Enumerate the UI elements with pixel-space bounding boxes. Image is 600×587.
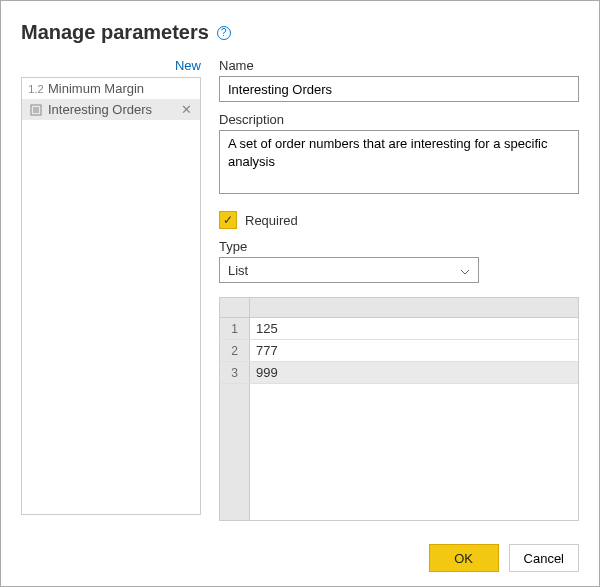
grid-cell[interactable]: 125 xyxy=(250,318,578,339)
help-icon[interactable]: ? xyxy=(217,26,231,40)
chevron-down-icon xyxy=(460,263,470,278)
grid-cell[interactable]: 999 xyxy=(250,362,578,383)
dialog-title: Manage parameters xyxy=(21,21,209,44)
parameter-item-minimum-margin[interactable]: 1.2 Minimum Margin xyxy=(22,78,200,99)
grid-row[interactable]: 2777 xyxy=(220,340,578,362)
grid-row-number: 3 xyxy=(220,362,250,383)
grid-cell[interactable]: 777 xyxy=(250,340,578,361)
required-label: Required xyxy=(245,213,298,228)
description-input[interactable] xyxy=(219,130,579,194)
grid-row-number: 1 xyxy=(220,318,250,339)
cancel-button[interactable]: Cancel xyxy=(509,544,579,572)
grid-row[interactable]: 3999 xyxy=(220,362,578,384)
grid-header-cell xyxy=(250,298,578,317)
parameter-item-interesting-orders[interactable]: Interesting Orders ✕ xyxy=(22,99,200,120)
type-label: Type xyxy=(219,239,579,254)
grid-row[interactable]: 1125 xyxy=(220,318,578,340)
type-select-value: List xyxy=(228,263,248,278)
delete-parameter-icon[interactable]: ✕ xyxy=(179,102,194,117)
numeric-icon: 1.2 xyxy=(28,83,44,95)
description-label: Description xyxy=(219,112,579,127)
parameter-item-label: Minimum Margin xyxy=(48,81,194,96)
new-parameter-link[interactable]: New xyxy=(21,56,201,77)
grid-header xyxy=(220,298,578,318)
grid-row-number: 2 xyxy=(220,340,250,361)
list-values-grid[interactable]: 112527773999 xyxy=(219,297,579,521)
name-label: Name xyxy=(219,58,579,73)
ok-button[interactable]: OK xyxy=(429,544,499,572)
list-icon xyxy=(28,104,44,116)
name-input[interactable] xyxy=(219,76,579,102)
grid-corner xyxy=(220,298,250,317)
dialog-header: Manage parameters ? xyxy=(21,21,579,44)
required-checkbox[interactable]: ✓ xyxy=(219,211,237,229)
type-select[interactable]: List xyxy=(219,257,479,283)
parameter-item-label: Interesting Orders xyxy=(48,102,179,117)
parameter-list: 1.2 Minimum Margin Interesting Orders ✕ xyxy=(21,77,201,515)
grid-empty-area xyxy=(220,384,578,520)
